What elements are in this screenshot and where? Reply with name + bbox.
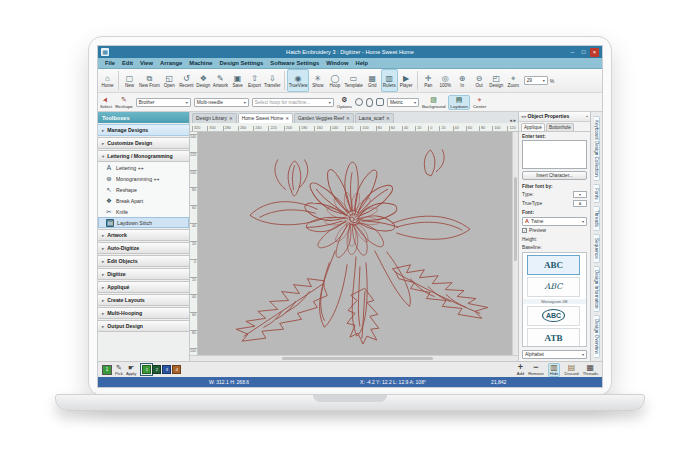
- hoop-select[interactable]: Select hoop for machine...▾: [252, 98, 334, 107]
- laydown-button[interactable]: ▤ Laydown: [448, 95, 470, 110]
- menu-item-design-settings[interactable]: Design Settings: [220, 60, 264, 66]
- menu-item-edit[interactable]: Edit: [122, 60, 133, 66]
- docker-tab-keyboard-design-collection[interactable]: Keyboard Design Collection: [594, 116, 600, 181]
- discard-button[interactable]: ▤Discard: [564, 364, 578, 376]
- player-button[interactable]: ▶Player: [398, 69, 415, 92]
- center-button[interactable]: ⌖ Center: [473, 96, 486, 109]
- color-swatch-4[interactable]: 4: [172, 365, 181, 374]
- design-tab-laura-scarf[interactable]: Laura_scarf✕: [355, 113, 394, 123]
- font-preview-item[interactable]: ATB: [527, 328, 580, 347]
- sidebar-section-edit-objects[interactable]: ▸Edit Objects: [98, 255, 189, 267]
- properties-tab-buttonhole[interactable]: Buttonhole: [546, 123, 574, 131]
- alphabet-select[interactable]: Alphabet ▾: [522, 350, 587, 359]
- menu-item-arrange[interactable]: Arrange: [160, 60, 182, 66]
- menu-item-software-settings[interactable]: Software Settings: [270, 60, 319, 66]
- properties-tab-appliqu-[interactable]: Appliqué: [521, 123, 545, 131]
- design-button[interactable]: ◰Design: [488, 69, 505, 92]
- show-button[interactable]: ✳Show: [309, 69, 326, 92]
- save-button[interactable]: ▣Save: [229, 69, 246, 92]
- newfrom-button[interactable]: ⧉New From: [138, 69, 161, 92]
- rulers-button[interactable]: ▥Rulers: [381, 69, 398, 92]
- docker-tab-fonts[interactable]: Fonts: [594, 184, 600, 204]
- sidebar-section-create-layouts[interactable]: ▸Create Layouts: [98, 294, 189, 306]
- 100-button[interactable]: ◎100%: [437, 69, 454, 92]
- docker-tab-design-overview[interactable]: Design Overview: [594, 315, 600, 358]
- font-preview-item[interactable]: ABC: [527, 255, 580, 275]
- color-swatch-3[interactable]: 3: [162, 365, 171, 374]
- pan-button[interactable]: ✛Pan: [420, 69, 437, 92]
- truetype-toggle[interactable]: A: [573, 200, 587, 207]
- docker-tab-threads[interactable]: Threads: [594, 206, 600, 231]
- apply-color-button[interactable]: ☛ Apply: [126, 364, 136, 376]
- maximize-button[interactable]: □: [579, 48, 588, 57]
- tool-reshape[interactable]: ↖Reshape: [98, 184, 189, 195]
- hoop-button[interactable]: ◯Hoop: [326, 69, 343, 92]
- vertical-scrollbar[interactable]: [512, 132, 518, 355]
- background-button[interactable]: ▨ Background: [422, 96, 445, 109]
- open-button[interactable]: ◱Open: [161, 69, 178, 92]
- font-preview-item[interactable]: ABC: [527, 306, 580, 326]
- close-button[interactable]: ×: [590, 48, 599, 57]
- grid-button[interactable]: ▦Grid: [364, 69, 381, 92]
- design-canvas[interactable]: [198, 132, 512, 355]
- menu-item-view[interactable]: View: [140, 60, 153, 66]
- new-button[interactable]: ▢New: [121, 69, 138, 92]
- transfer-button[interactable]: ⇩Transfer: [263, 69, 282, 92]
- out-button[interactable]: ⊖Out: [471, 69, 488, 92]
- machine-select[interactable]: Brother▾: [136, 98, 191, 107]
- tool-knife[interactable]: ✂Knife: [98, 206, 189, 217]
- lettering-text-input[interactable]: [522, 140, 587, 170]
- font-preview-item[interactable]: ABC: [527, 277, 580, 297]
- recent-button[interactable]: ↺Recent: [178, 69, 195, 92]
- close-icon[interactable]: ✕: [229, 116, 233, 121]
- home-button[interactable]: ⌂Home: [99, 69, 116, 92]
- tool-break-apart[interactable]: ❖Break Apart: [98, 195, 189, 206]
- menu-item-window[interactable]: Window: [326, 60, 348, 66]
- docker-tab-sequence[interactable]: Sequence: [594, 234, 600, 263]
- export-button[interactable]: ⇧Export: [246, 69, 263, 92]
- sidebar-section-customize-design[interactable]: ▸Customize Design: [98, 137, 189, 149]
- sidebar-section-lettering-monogramming[interactable]: ▾Lettering / Monogramming: [98, 150, 189, 162]
- units-select[interactable]: Metric▾: [387, 98, 419, 107]
- in-button[interactable]: ⊕In: [454, 69, 471, 92]
- zoom-factor-select[interactable]: 29▾: [524, 76, 548, 85]
- artwork-button[interactable]: ✎Artwork: [212, 69, 229, 92]
- hoop-shape-oval-icon[interactable]: [366, 98, 373, 107]
- current-color-swatch[interactable]: 1: [102, 365, 112, 375]
- tool-lettering-[interactable]: ALettering ++: [98, 162, 189, 173]
- zoom-button[interactable]: ⌖Zoom: [505, 69, 522, 92]
- pin-icon[interactable]: ▪: [586, 113, 588, 119]
- add-button[interactable]: +Add: [517, 364, 524, 376]
- hoop-shape-square-icon[interactable]: [376, 98, 384, 106]
- template-button[interactable]: ▭Template: [343, 69, 363, 92]
- hoop-shape-round-icon[interactable]: [355, 98, 363, 106]
- vertical-scroll-thumb[interactable]: [514, 177, 517, 262]
- design-tab-garden-veggies-reef[interactable]: Garden Veggies Reef✕: [294, 113, 354, 123]
- color-swatch-1[interactable]: 1: [142, 365, 151, 374]
- menu-item-machine[interactable]: Machine: [189, 60, 212, 66]
- options-button[interactable]: ⚙ Options: [337, 96, 352, 109]
- docker-tab-design-information[interactable]: Design Information: [594, 266, 600, 313]
- panel-next-icon[interactable]: ▸: [524, 114, 526, 119]
- trueview-button[interactable]: ◉TrueView: [287, 69, 310, 92]
- minimize-button[interactable]: –: [568, 48, 577, 57]
- threads-button[interactable]: ▦Threads: [583, 364, 598, 376]
- menu-item-help[interactable]: Help: [355, 60, 368, 66]
- sidebar-section-output-design[interactable]: ▸Output Design: [98, 320, 189, 332]
- design-tab-design-library[interactable]: Design Library✕: [192, 113, 237, 123]
- design-tab-home-sweet-home[interactable]: Home Sweet Home✕: [238, 113, 293, 123]
- horizontal-scroll-thumb[interactable]: [282, 357, 433, 360]
- font-preview-list[interactable]: ABCABCMonogram 6BABCATB: [522, 252, 587, 347]
- sidebar-section-auto-digitize[interactable]: ▸Auto-Digitize: [98, 242, 189, 254]
- color-swatch-2[interactable]: 2: [152, 365, 161, 374]
- pick-color-button[interactable]: ✎ Pick: [115, 364, 123, 376]
- design-button[interactable]: ❖Design: [195, 69, 212, 92]
- tool-monogramming-[interactable]: ⊛Monogramming ++: [98, 173, 189, 184]
- panel-prev-icon[interactable]: ◂: [521, 114, 523, 119]
- close-icon[interactable]: ✕: [346, 116, 350, 121]
- font-select[interactable]: A Twine ▾: [522, 217, 587, 226]
- close-icon[interactable]: ✕: [285, 116, 289, 121]
- sidebar-section-digitize[interactable]: ▸Digitize: [98, 268, 189, 280]
- select-tool-button[interactable]: ➤ Select: [100, 96, 112, 109]
- close-icon[interactable]: ✕: [386, 116, 390, 121]
